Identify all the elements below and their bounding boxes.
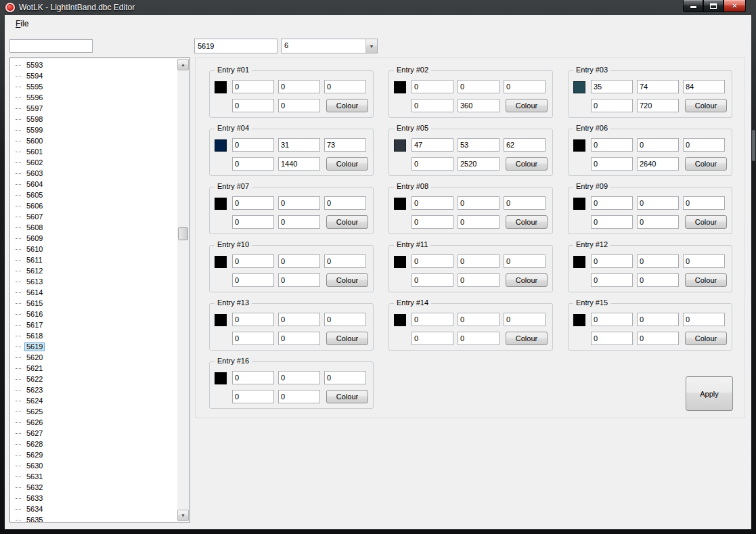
time-input[interactable] xyxy=(637,157,679,171)
tree-item[interactable]: 5613 xyxy=(10,276,179,287)
tree-item[interactable]: 5619 xyxy=(10,341,179,352)
scroll-up-icon[interactable]: ▲ xyxy=(177,59,189,70)
color-b-input[interactable] xyxy=(504,80,546,93)
color-r-input[interactable] xyxy=(591,313,633,326)
time-input[interactable] xyxy=(458,215,499,229)
colour-button[interactable]: Colour xyxy=(506,332,548,345)
color-g-input[interactable] xyxy=(458,313,499,326)
param-input[interactable] xyxy=(412,99,453,112)
colour-button[interactable]: Colour xyxy=(326,332,368,345)
color-r-input[interactable] xyxy=(412,196,453,210)
tree-item[interactable]: 5620 xyxy=(10,352,179,363)
colour-button[interactable]: Colour xyxy=(326,157,368,171)
color-b-input[interactable] xyxy=(504,138,546,152)
color-b-input[interactable] xyxy=(504,254,546,268)
color-b-input[interactable] xyxy=(683,254,725,268)
colour-button[interactable]: Colour xyxy=(685,332,727,345)
tree-item[interactable]: 5593 xyxy=(10,60,179,70)
color-r-input[interactable] xyxy=(232,313,274,326)
color-b-input[interactable] xyxy=(324,254,366,268)
time-input[interactable] xyxy=(637,332,679,345)
tree-item[interactable]: 5602 xyxy=(10,157,179,168)
color-b-input[interactable] xyxy=(683,80,725,93)
tree-item[interactable]: 5622 xyxy=(10,374,179,384)
tree-scrollbar-thumb[interactable] xyxy=(178,227,188,240)
color-g-input[interactable] xyxy=(278,80,320,93)
time-input[interactable] xyxy=(278,390,320,403)
tree-item[interactable]: 5594 xyxy=(10,70,179,81)
tree-item[interactable]: 5621 xyxy=(10,363,179,374)
param-input[interactable] xyxy=(591,99,633,112)
color-r-input[interactable] xyxy=(232,254,274,268)
param-input[interactable] xyxy=(232,215,274,229)
color-g-input[interactable] xyxy=(637,313,679,326)
tree-item[interactable]: 5632 xyxy=(10,482,179,493)
color-g-input[interactable] xyxy=(637,254,679,268)
colour-button[interactable]: Colour xyxy=(685,215,727,229)
color-b-input[interactable] xyxy=(324,138,366,152)
tree-item[interactable]: 5631 xyxy=(10,471,179,482)
tree-item[interactable]: 5635 xyxy=(10,514,179,522)
color-g-input[interactable] xyxy=(637,80,679,93)
param-input[interactable] xyxy=(591,332,633,345)
color-r-input[interactable] xyxy=(412,313,453,326)
entry-count-combobox[interactable]: 6 ▼ xyxy=(281,39,378,53)
tree-item[interactable]: 5634 xyxy=(10,504,179,514)
color-r-input[interactable] xyxy=(232,138,274,152)
tree-item[interactable]: 5595 xyxy=(10,81,179,92)
color-r-input[interactable] xyxy=(412,80,453,93)
time-input[interactable] xyxy=(278,273,320,287)
tree-item[interactable]: 5623 xyxy=(10,384,179,395)
tree-item[interactable]: 5611 xyxy=(10,254,179,265)
time-input[interactable] xyxy=(458,332,499,345)
colour-button[interactable]: Colour xyxy=(326,215,368,229)
color-b-input[interactable] xyxy=(324,313,366,326)
tree-item[interactable]: 5618 xyxy=(10,330,179,341)
tree-item[interactable]: 5610 xyxy=(10,244,179,254)
colour-button[interactable]: Colour xyxy=(506,273,548,287)
color-g-input[interactable] xyxy=(637,196,679,210)
tree-item[interactable]: 5601 xyxy=(10,146,179,157)
tree-item[interactable]: 5598 xyxy=(10,114,179,125)
tree-item[interactable]: 5615 xyxy=(10,298,179,309)
time-input[interactable] xyxy=(278,215,320,229)
colour-button[interactable]: Colour xyxy=(326,99,368,112)
tree-item[interactable]: 5597 xyxy=(10,103,179,114)
time-input[interactable] xyxy=(278,332,320,345)
colour-button[interactable]: Colour xyxy=(685,273,727,287)
colour-button[interactable]: Colour xyxy=(506,157,548,171)
color-b-input[interactable] xyxy=(504,196,546,210)
color-g-input[interactable] xyxy=(278,313,320,326)
color-r-input[interactable] xyxy=(412,138,453,152)
color-b-input[interactable] xyxy=(683,138,725,152)
color-r-input[interactable] xyxy=(232,196,274,210)
param-input[interactable] xyxy=(591,215,633,229)
color-r-input[interactable] xyxy=(591,254,633,268)
color-r-input[interactable] xyxy=(591,138,633,152)
color-r-input[interactable] xyxy=(591,196,633,210)
tree-item[interactable]: 5625 xyxy=(10,406,179,417)
time-input[interactable] xyxy=(458,273,499,287)
color-g-input[interactable] xyxy=(278,371,320,384)
color-g-input[interactable] xyxy=(278,254,320,268)
color-b-input[interactable] xyxy=(683,313,725,326)
colour-button[interactable]: Colour xyxy=(326,390,368,403)
tree-item[interactable]: 5605 xyxy=(10,190,179,200)
color-g-input[interactable] xyxy=(278,196,320,210)
tree-item[interactable]: 5624 xyxy=(10,395,179,406)
colour-button[interactable]: Colour xyxy=(506,215,548,229)
tree-item[interactable]: 5596 xyxy=(10,92,179,103)
colour-button[interactable]: Colour xyxy=(685,99,727,112)
param-input[interactable] xyxy=(412,215,453,229)
apply-button[interactable]: Apply xyxy=(686,376,733,411)
tree-item[interactable]: 5629 xyxy=(10,449,179,460)
param-input[interactable] xyxy=(232,99,274,112)
tree-item[interactable]: 5617 xyxy=(10,319,179,330)
time-input[interactable] xyxy=(458,157,499,171)
color-r-input[interactable] xyxy=(412,254,453,268)
color-g-input[interactable] xyxy=(458,80,499,93)
color-b-input[interactable] xyxy=(324,80,366,93)
tree-item[interactable]: 5630 xyxy=(10,460,179,471)
tree-item[interactable]: 5612 xyxy=(10,265,179,276)
time-input[interactable] xyxy=(458,99,499,112)
